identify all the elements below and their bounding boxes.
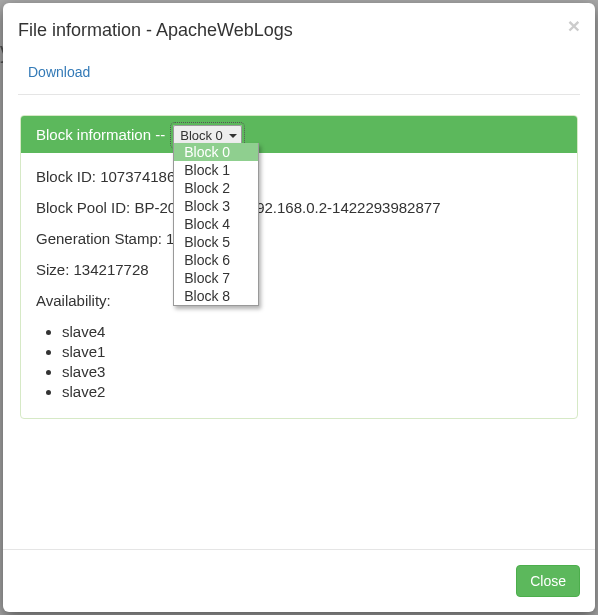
download-link[interactable]: Download (28, 64, 90, 80)
block-option[interactable]: Block 7 (174, 269, 258, 287)
panel-heading: Block information -- Block 0 Block 0 Blo… (21, 116, 577, 153)
close-button[interactable]: Close (516, 565, 580, 597)
block-select-value: Block 0 (180, 128, 223, 143)
block-pool-id-row: Block Pool ID: BP-2048114545-192.168.0.2… (36, 199, 562, 216)
modal-body: Download Block information -- Block 0 Bl… (3, 58, 595, 549)
block-option[interactable]: Block 2 (174, 179, 258, 197)
modal-footer: Close (3, 549, 595, 612)
block-option[interactable]: Block 0 (174, 143, 258, 161)
list-item: slave1 (62, 343, 562, 360)
block-select[interactable]: Block 0 Block 0 Block 1 Block 2 Block 3 … (173, 126, 242, 143)
block-option[interactable]: Block 1 (174, 161, 258, 179)
divider (18, 94, 580, 95)
block-select-dropdown[interactable]: Block 0 Block 1 Block 2 Block 3 Block 4 … (173, 143, 259, 306)
panel-body: Block ID: 1073741864 Block Pool ID: BP-2… (21, 153, 577, 418)
chevron-down-icon (229, 134, 237, 138)
file-information-modal: File information - ApacheWebLogs × Downl… (3, 3, 595, 612)
modal-header: File information - ApacheWebLogs × (3, 3, 595, 58)
list-item: slave3 (62, 363, 562, 380)
availability-label: Availability: (36, 292, 562, 309)
generation-stamp-row: Generation Stamp: 1040 (36, 230, 562, 247)
modal-title: File information - ApacheWebLogs (18, 18, 580, 43)
block-option[interactable]: Block 4 (174, 215, 258, 233)
block-option[interactable]: Block 6 (174, 251, 258, 269)
close-icon[interactable]: × (568, 15, 580, 36)
panel-heading-label: Block information -- (36, 126, 165, 143)
block-option[interactable]: Block 8 (174, 287, 258, 305)
block-information-panel: Block information -- Block 0 Block 0 Blo… (20, 115, 578, 419)
list-item: slave2 (62, 383, 562, 400)
block-option[interactable]: Block 3 (174, 197, 258, 215)
availability-list: slave4 slave1 slave3 slave2 (36, 323, 562, 400)
size-row: Size: 134217728 (36, 261, 562, 278)
block-option[interactable]: Block 5 (174, 233, 258, 251)
block-id-row: Block ID: 1073741864 (36, 168, 562, 185)
list-item: slave4 (62, 323, 562, 340)
